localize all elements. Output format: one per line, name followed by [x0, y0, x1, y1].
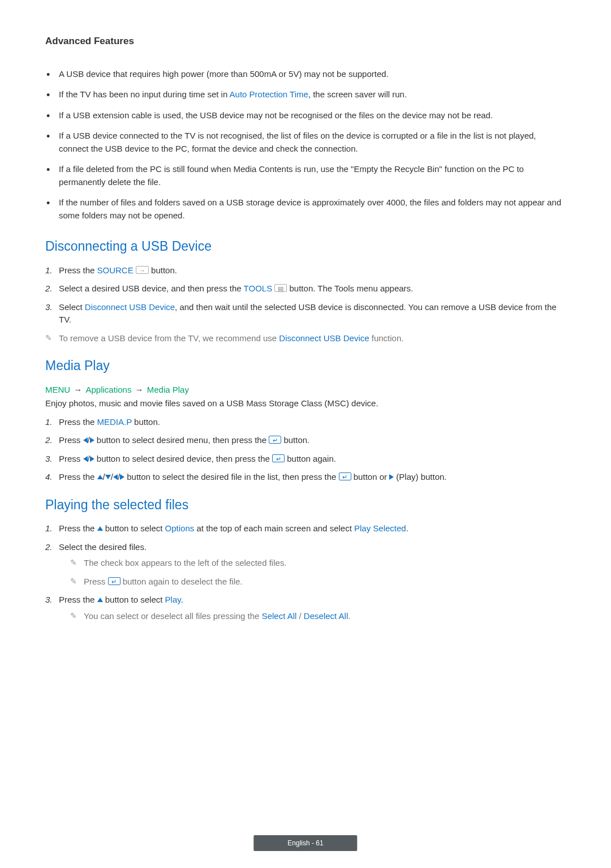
step-text: Press the: [59, 472, 97, 482]
list-item: Select Disconnect USB Device, and then w…: [45, 301, 566, 326]
list-item: If the number of files and folders saved…: [45, 196, 566, 222]
arrow-icon: →: [131, 385, 147, 394]
step-text: Press the: [59, 523, 97, 533]
note-text: .: [348, 611, 350, 621]
right-arrow-icon: [120, 474, 124, 480]
bullet-text: If the TV has been no input during time …: [59, 89, 230, 99]
section-heading-disconnect: Disconnecting a USB Device: [45, 237, 566, 256]
note-text: /: [296, 611, 304, 621]
step-text: button or: [351, 472, 390, 482]
media-steps: Press the MEDIA.P button. Press / button…: [45, 416, 566, 484]
bullet-text: If a USB device connected to the TV is n…: [59, 131, 536, 153]
keyword: Play Selected: [354, 523, 406, 533]
step-text: .: [181, 595, 183, 604]
tools-icon: ▤: [274, 284, 287, 292]
list-item: Press the button to select Options at th…: [45, 522, 566, 535]
bullet-text: If a file deleted from the PC is still f…: [59, 164, 524, 187]
up-arrow-icon: [97, 598, 103, 602]
page-footer: English - 61: [253, 835, 357, 851]
step-text: button to select: [103, 595, 165, 604]
list-item: Press / button to select desired menu, t…: [45, 434, 566, 447]
right-arrow-icon: [90, 456, 94, 462]
list-item: Press the button to select Play. You can…: [45, 594, 566, 622]
list-item: Press the /// button to select the desir…: [45, 471, 566, 484]
step-text: button again.: [285, 454, 336, 463]
keyword: SOURCE: [97, 265, 134, 275]
step-text: button to select desired menu, then pres…: [94, 435, 269, 445]
step-text: Select: [59, 302, 85, 312]
list-item: If the TV has been no input during time …: [45, 88, 566, 101]
list-item: Press / button to select desired device,…: [45, 453, 566, 466]
keyword: Deselect All: [304, 611, 348, 621]
up-arrow-icon: [97, 475, 103, 479]
list-item: If a file deleted from the PC is still f…: [45, 163, 566, 188]
note-text: function.: [369, 333, 404, 343]
intro-text: Enjoy photos, music and movie files save…: [45, 397, 566, 410]
list-item: Press the MEDIA.P button.: [45, 416, 566, 429]
left-arrow-icon: [113, 474, 118, 480]
keyword: Disconnect USB Device: [85, 302, 175, 312]
keyword: Select All: [262, 611, 297, 621]
note: To remove a USB device from the TV, we r…: [45, 332, 566, 345]
note-text: You can select or deselect all files pre…: [84, 611, 262, 621]
playing-steps: Press the button to select Options at th…: [45, 522, 566, 622]
step-text: button to select: [103, 523, 165, 533]
note-text: button again to deselect the file.: [121, 577, 243, 586]
enter-icon: ↵: [269, 436, 281, 444]
keyword: Options: [165, 523, 195, 533]
step-text: button. The Tools menu appears.: [290, 283, 414, 293]
keyword: Disconnect USB Device: [279, 333, 369, 343]
keyword: MEDIA.P: [97, 417, 132, 427]
breadcrumb-item: MENU: [45, 385, 70, 394]
step-text: button to select desired device, then pr…: [94, 454, 272, 463]
step-text: Press: [59, 454, 83, 463]
breadcrumb-item: Media Play: [147, 385, 189, 394]
right-arrow-icon: [90, 437, 94, 443]
bullet-text: , the screen saver will run.: [308, 89, 407, 99]
disconnect-steps: Press the SOURCE → button. Select a desi…: [45, 264, 566, 326]
list-item: Press the SOURCE → button.: [45, 264, 566, 277]
bullet-text: A USB device that requires high power (m…: [59, 69, 389, 79]
note-text: The check box appears to the left of the…: [84, 558, 287, 568]
step-text: .: [406, 523, 408, 533]
list-item: Select a desired USB device, and then pr…: [45, 282, 566, 295]
enter-icon: ↵: [272, 454, 285, 462]
list-item: If a USB extension cable is used, the US…: [45, 109, 566, 122]
step-text: button.: [132, 417, 160, 427]
down-arrow-icon: [105, 475, 111, 479]
left-arrow-icon: [83, 456, 88, 462]
note: Press ↵ button again to deselect the fil…: [70, 575, 566, 588]
step-text: Select a desired USB device, and then pr…: [59, 283, 244, 293]
list-item: Select the desired files. The check box …: [45, 541, 566, 588]
bullet-text: If a USB extension cable is used, the US…: [59, 110, 493, 120]
up-arrow-icon: [97, 526, 103, 531]
bullet-list: A USB device that requires high power (m…: [45, 68, 566, 222]
step-text: button.: [281, 435, 309, 445]
step-text: Press: [59, 435, 83, 445]
note-text: Press: [84, 577, 108, 586]
arrow-icon: →: [70, 385, 85, 394]
step-text: Select the desired files.: [59, 542, 147, 552]
page-title: Advanced Features: [45, 34, 566, 49]
source-icon: →: [136, 266, 149, 274]
step-text: button.: [151, 265, 177, 275]
step-text: Press the: [59, 417, 97, 427]
keyword: Auto Protection Time: [230, 89, 308, 99]
breadcrumb: MENU → Applications → Media Play: [45, 384, 566, 397]
list-item: A USB device that requires high power (m…: [45, 68, 566, 81]
bullet-text: If the number of files and folders saved…: [59, 197, 561, 220]
step-text: Press the: [59, 265, 97, 275]
keyword: Play: [165, 595, 181, 604]
enter-icon: ↵: [108, 577, 121, 585]
step-text: (Play) button.: [394, 472, 446, 482]
section-heading-media-play: Media Play: [45, 356, 566, 376]
step-text: button to select the desired file in the…: [124, 472, 339, 482]
step-text: at the top of each main screen and selec…: [194, 523, 354, 533]
enter-icon: ↵: [339, 472, 351, 480]
keyword: TOOLS: [244, 283, 273, 293]
play-icon: [389, 474, 394, 480]
note: You can select or deselect all files pre…: [70, 610, 566, 623]
note: The check box appears to the left of the…: [70, 557, 566, 570]
note-text: To remove a USB device from the TV, we r…: [59, 333, 279, 343]
section-heading-playing: Playing the selected files: [45, 495, 566, 515]
